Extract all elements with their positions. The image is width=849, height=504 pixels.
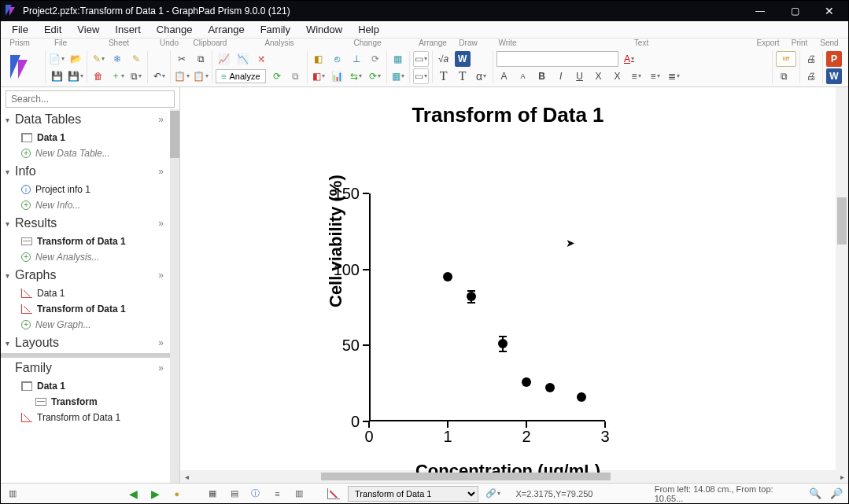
write-alpha-button[interactable]: α▾ — [474, 68, 489, 84]
save-as-button[interactable]: 💾▾ — [68, 68, 83, 84]
sb-table-view-button[interactable]: ▦ — [205, 487, 219, 501]
nav-item[interactable]: +New Info... — [1, 197, 170, 213]
print-opts-button[interactable]: 🖨 — [803, 68, 819, 84]
prism-logo-icon[interactable] — [7, 52, 39, 83]
y-axis-label[interactable]: Cell viability (%) — [326, 175, 346, 307]
draw-shape-button[interactable]: ▭▾ — [413, 51, 429, 67]
highlight-sheet-button[interactable]: ✎ — [128, 51, 144, 67]
data-point[interactable] — [467, 292, 476, 301]
nav-section-data-tables[interactable]: ▾Data Tables» — [1, 109, 170, 130]
nav-item[interactable]: Data 1 — [1, 285, 170, 301]
x-axis[interactable] — [369, 420, 605, 421]
new-sheet-button[interactable]: ✎▾ — [90, 51, 106, 67]
font-size-inc-button[interactable]: A — [515, 68, 531, 84]
data-point[interactable] — [443, 272, 452, 281]
nav-section-layouts[interactable]: ▾Layouts» — [1, 333, 170, 353]
nav-item[interactable]: Transform of Data 1 — [1, 234, 170, 249]
write-eq-button[interactable]: √a — [436, 51, 452, 67]
graph-canvas[interactable]: Transform of Data 1 0501001500123 Cell v… — [180, 87, 836, 470]
export-more-button[interactable]: ⧉ — [776, 68, 792, 84]
sb-layout-view-button[interactable]: ▥ — [292, 487, 305, 501]
nav-item[interactable]: +New Graph... — [1, 317, 170, 333]
analyze-button[interactable]: ≡Analyze — [216, 69, 266, 83]
arrange-group-button[interactable]: ▦▾ — [390, 68, 406, 84]
line-spacing-button[interactable]: ≡▾ — [648, 68, 663, 84]
underline-button[interactable]: U — [572, 68, 588, 84]
menu-file[interactable]: File — [4, 22, 36, 37]
zoom-out-button[interactable]: 🔍 — [808, 487, 821, 501]
nav-item[interactable]: +New Analysis... — [1, 249, 170, 265]
write-text-button[interactable]: T — [436, 68, 452, 84]
cut-button[interactable]: ✂ — [174, 51, 190, 67]
navigator-scrollbar[interactable] — [170, 109, 179, 483]
copy-button[interactable]: ⧉ — [193, 51, 209, 67]
data-point[interactable] — [498, 339, 508, 348]
analysis-a-button[interactable]: 📈 — [216, 51, 231, 67]
analysis-redo-button[interactable]: ⟳ — [269, 68, 285, 84]
duplicate-sheet-button[interactable]: ⧉▾ — [128, 68, 144, 84]
plot-area[interactable]: 0501001500123 — [369, 193, 605, 421]
undo-button[interactable]: ↶▾ — [151, 68, 167, 84]
nav-item[interactable]: Transform of Data 1 — [1, 301, 170, 317]
close-button[interactable]: ✕ — [812, 1, 847, 21]
nav-section-family[interactable]: Family» — [1, 358, 170, 378]
nav-section-results[interactable]: ▾Results» — [1, 213, 170, 234]
change-colors-button[interactable]: ◧▾ — [311, 68, 327, 84]
paste-button[interactable]: 📋▾ — [174, 68, 190, 84]
menu-insert[interactable]: Insert — [107, 22, 149, 37]
nav-item[interactable]: Data 1 — [1, 130, 170, 145]
sb-link-button[interactable]: 🔗▾ — [486, 487, 500, 501]
bold-button[interactable]: B — [534, 68, 550, 84]
menu-arrange[interactable]: Arrange — [200, 22, 252, 37]
write-word-button[interactable]: W — [455, 51, 471, 67]
font-family-select[interactable] — [496, 51, 618, 67]
menu-family[interactable]: Family — [253, 22, 298, 37]
data-point[interactable] — [522, 377, 531, 387]
search-input[interactable] — [6, 90, 175, 108]
menu-help[interactable]: Help — [350, 22, 387, 37]
nav-item[interactable]: iProject info 1 — [1, 182, 170, 197]
sheet-select[interactable]: Transform of Data 1 — [348, 486, 478, 502]
y-axis[interactable] — [369, 193, 371, 421]
sb-globe-button[interactable]: ● — [170, 487, 183, 501]
change-graph-button[interactable]: 📊 — [330, 68, 345, 84]
chart-title[interactable]: Transform of Data 1 — [180, 103, 836, 127]
sb-panel-toggle-button[interactable]: ▥ — [6, 487, 19, 501]
save-button[interactable]: 💾 — [49, 68, 65, 84]
print-button[interactable]: 🖨 — [803, 51, 819, 67]
change-refresh-button[interactable]: ⟳ — [367, 51, 383, 67]
italic-button[interactable]: I — [553, 68, 569, 84]
maximize-button[interactable]: ▢ — [777, 1, 812, 21]
analysis-c-button[interactable]: ⤨ — [253, 51, 269, 67]
send-word-button[interactable]: W — [826, 68, 842, 84]
change-axes-button[interactable]: ⊥ — [349, 51, 364, 67]
analysis-b-button[interactable]: 📉 — [234, 51, 250, 67]
menu-change[interactable]: Change — [149, 22, 201, 37]
menu-edit[interactable]: Edit — [36, 22, 69, 37]
change-a-button[interactable]: ◧ — [311, 51, 327, 67]
change-more-button[interactable]: ⟳▾ — [367, 68, 383, 84]
write-text2-button[interactable]: T — [455, 68, 471, 84]
open-file-button[interactable]: 📂 — [68, 51, 83, 67]
minimize-button[interactable]: — — [743, 1, 777, 21]
menu-window[interactable]: Window — [298, 22, 350, 37]
sb-grid-view-button[interactable]: ▤ — [227, 487, 241, 501]
add-sheet-button[interactable]: ＋▾ — [109, 68, 125, 84]
new-file-button[interactable]: 📄▾ — [49, 51, 65, 67]
next-sheet-button[interactable]: ▶ — [149, 487, 162, 501]
nav-family-item[interactable]: Data 1 — [1, 378, 170, 394]
data-point[interactable] — [545, 383, 555, 392]
delete-sheet-button[interactable]: 🗑 — [90, 68, 106, 84]
nav-family-item[interactable]: Transform — [1, 394, 170, 410]
sb-info-view-button[interactable]: ⓘ — [249, 487, 262, 501]
subscript-button[interactable]: X — [610, 68, 626, 84]
zoom-in-button[interactable]: 🔎 — [829, 487, 843, 501]
font-size-dec-button[interactable]: A — [496, 68, 512, 84]
export-tiff-button[interactable]: tiff — [776, 51, 796, 67]
font-color-button[interactable]: A▾ — [622, 51, 637, 67]
analysis-opts-button[interactable]: ⧉ — [288, 68, 304, 84]
scroll-right-icon[interactable]: ▸ — [836, 473, 848, 481]
paste-special-button[interactable]: 📋▾ — [193, 68, 209, 84]
draw-line-button[interactable]: ▭▾ — [413, 68, 429, 84]
nav-family-item[interactable]: Transform of Data 1 — [1, 410, 170, 425]
